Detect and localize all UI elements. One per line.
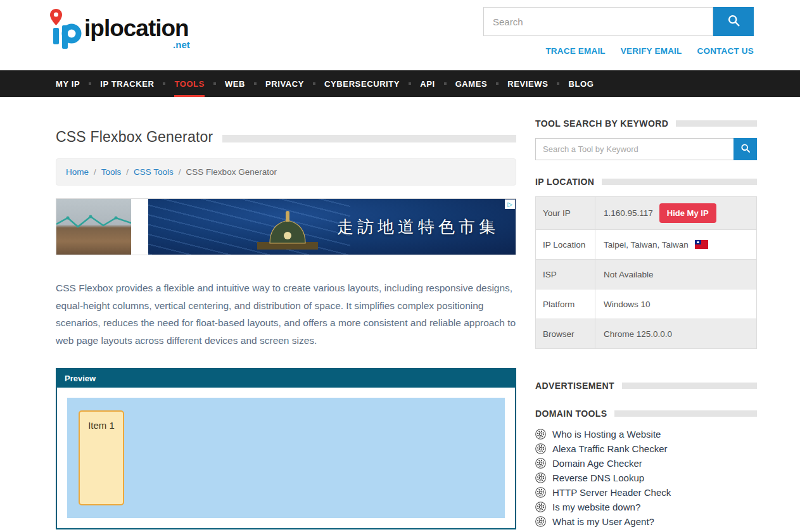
nav-separator [444, 82, 447, 85]
breadcrumb-current: CSS Flexbox Generator [186, 167, 277, 177]
header-links: TRACE EMAIL VERIFY EMAIL CONTACT US [483, 46, 754, 56]
ip-row-label: Your IP [536, 197, 595, 229]
domain-tool-link[interactable]: Domain Age Checker [552, 459, 642, 469]
main-column: CSS Flexbox Generator Home/Tools/CSS Too… [56, 129, 516, 531]
sidebar: TOOL SEARCH BY KEYWORD IP LOCATION Your … [535, 118, 757, 531]
gear-icon [535, 458, 546, 469]
domain-tools-heading: DOMAIN TOOLS [535, 408, 607, 419]
table-row: Your IP 1.160.95.117 Hide My IP [536, 197, 756, 230]
nav-item-web[interactable]: WEB [225, 70, 245, 97]
nav-separator [254, 82, 257, 85]
ad-banner[interactable]: 走訪地道特色市集 ▷ [56, 198, 516, 255]
ip-row-label: Browser [536, 319, 595, 348]
content-area: CSS Flexbox Generator Home/Tools/CSS Too… [0, 129, 800, 531]
search-icon [740, 143, 751, 155]
nav-item-reviews[interactable]: REVIEWS [507, 70, 548, 97]
header-search-area: TRACE EMAIL VERIFY EMAIL CONTACT US [483, 7, 754, 56]
nav-separator [409, 82, 411, 85]
nav-item-my-ip[interactable]: MY IP [56, 70, 80, 97]
domain-tool-link[interactable]: Who is Hosting a Website [552, 429, 661, 440]
ad-creative: 走訪地道特色市集 ▷ [148, 199, 516, 255]
trace-email-link[interactable]: TRACE EMAIL [545, 46, 605, 56]
domain-tool-link[interactable]: Alexa Traffic Rank Checker [552, 444, 667, 454]
list-item: What is my User Agent? [535, 516, 757, 527]
table-row: ISP Not Available [536, 260, 756, 289]
advertisement-heading: ADVERTISEMENT [535, 381, 614, 391]
page-title: CSS Flexbox Generator [56, 129, 213, 146]
gear-icon [535, 443, 546, 454]
site-logo[interactable]: iplocation .net [49, 8, 189, 52]
domain-tool-link[interactable]: Is my website down? [552, 502, 640, 512]
breadcrumb-tools[interactable]: Tools [101, 167, 122, 177]
ip-location-heading: IP LOCATION [535, 177, 594, 187]
main-nav: MY IP IP TRACKER TOOLS WEB PRIVACY CYBER… [0, 70, 800, 97]
table-row: Browser Chrome 125.0.0.0 [536, 319, 756, 348]
list-item: Domain Age Checker [535, 458, 757, 469]
nav-item-blog[interactable]: BLOG [568, 70, 594, 97]
nav-separator [313, 82, 315, 85]
breadcrumb: Home/Tools/CSS Tools/CSS Flexbox Generat… [56, 158, 516, 186]
table-row: Platform Windows 10 [536, 289, 756, 319]
adchoices-icon[interactable]: ▷ [505, 200, 515, 209]
breadcrumb-separator: / [94, 167, 96, 177]
tool-search-input[interactable] [535, 138, 733, 160]
tool-search-button[interactable] [733, 138, 757, 160]
breadcrumb-css-tools[interactable]: CSS Tools [134, 167, 174, 177]
nav-item-games[interactable]: GAMES [455, 70, 488, 97]
flex-item-1[interactable]: Item 1 [79, 410, 124, 505]
gear-icon [535, 472, 546, 483]
domain-tools-list: Who is Hosting a Website Alexa Traffic R… [535, 429, 757, 527]
ip-row-label: ISP [536, 260, 595, 289]
nav-separator [163, 82, 165, 85]
breadcrumb-separator: / [126, 167, 129, 177]
site-header: iplocation .net TRACE EMAIL VERIFY EMAIL… [0, 0, 800, 70]
ad-gap [131, 199, 148, 255]
breadcrumb-home[interactable]: Home [66, 167, 89, 177]
nav-item-tools[interactable]: TOOLS [174, 70, 205, 97]
ip-row-label: Platform [536, 289, 595, 319]
taiwan-flag-icon [695, 240, 708, 249]
logo-pin-icon [49, 8, 82, 52]
nav-separator [496, 82, 498, 85]
nav-item-cybersecurity[interactable]: CYBERSECURITY [324, 70, 400, 97]
list-item: Who is Hosting a Website [535, 429, 757, 440]
search-icon [727, 14, 740, 29]
ad-photo [56, 199, 131, 255]
heading-decoration-bar [602, 179, 757, 185]
preview-body: Item 1 [57, 388, 515, 528]
ad-headline: 走訪地道特色市集 [337, 216, 499, 238]
ip-location-value: Taipei, Taiwan, Taiwan [604, 240, 689, 250]
domain-tool-link[interactable]: HTTP Server Header Check [552, 488, 671, 498]
ip-row-label: IP Location [536, 230, 595, 259]
dome-building-icon [250, 210, 326, 252]
nav-item-privacy[interactable]: PRIVACY [265, 70, 304, 97]
domain-tool-link[interactable]: What is my User Agent? [552, 517, 654, 527]
table-row: IP Location Taipei, Taiwan, Taiwan [536, 230, 756, 260]
logo-tld: .net [173, 40, 190, 49]
list-item: HTTP Server Header Check [535, 487, 757, 498]
tool-search-box [535, 138, 757, 160]
site-search-button[interactable] [713, 7, 754, 36]
nav-separator [89, 82, 91, 85]
preview-panel: Preview Item 1 [56, 368, 516, 529]
contact-us-link[interactable]: CONTACT US [697, 46, 754, 56]
title-decoration-bar [222, 135, 516, 142]
your-ip-value: 1.160.95.117 [604, 208, 653, 218]
list-item: Reverse DNS Lookup [535, 472, 757, 483]
list-item: Alexa Traffic Rank Checker [535, 443, 757, 454]
breadcrumb-separator: / [179, 167, 181, 177]
gear-icon [535, 429, 546, 440]
hide-my-ip-button[interactable]: Hide My IP [659, 203, 716, 223]
heading-decoration-bar [622, 383, 757, 389]
page-description: CSS Flexbox provides a flexible and intu… [56, 279, 516, 349]
domain-tool-link[interactable]: Reverse DNS Lookup [552, 473, 644, 483]
logo-text: iplocation [84, 15, 189, 41]
site-search-input[interactable] [483, 7, 713, 36]
nav-item-ip-tracker[interactable]: IP TRACKER [100, 70, 154, 97]
platform-value: Windows 10 [604, 300, 651, 309]
list-item: Is my website down? [535, 502, 757, 512]
nav-item-api[interactable]: API [420, 70, 435, 97]
gear-icon [535, 487, 546, 498]
verify-email-link[interactable]: VERIFY EMAIL [621, 46, 682, 56]
nav-separator [557, 82, 559, 85]
